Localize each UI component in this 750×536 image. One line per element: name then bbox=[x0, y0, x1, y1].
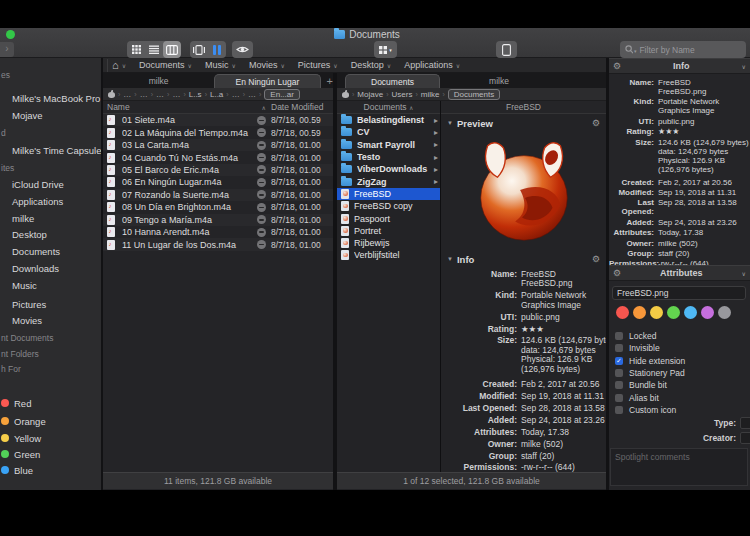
browser-item-viberdownloads[interactable]: ViberDownloads▸ bbox=[337, 163, 440, 175]
checkbox-box[interactable] bbox=[615, 369, 623, 377]
tab-en-ningún-lugar[interactable]: En Ningún Lugar bbox=[214, 74, 320, 88]
path-bar[interactable]: ›…›…›…›…›L..s›L..a›…›…›En...ar bbox=[103, 88, 333, 101]
checkbox-box[interactable]: ✓ bbox=[615, 357, 623, 365]
removed-download-icon[interactable] bbox=[257, 141, 266, 150]
browser-item-portret[interactable]: Portret bbox=[337, 225, 440, 237]
browser-item-freebsd[interactable]: FreeBSD bbox=[337, 188, 440, 200]
file-row[interactable]: 06 En Ningún Lugar.m4a 8/7/18, 01.00 bbox=[103, 176, 333, 188]
column-view-button[interactable] bbox=[163, 41, 181, 58]
file-row[interactable]: 11 Un Lugar de los Dos.m4a 8/7/18, 01.00 bbox=[103, 238, 333, 250]
browser-item-rijbewijs[interactable]: Rijbewijs bbox=[337, 237, 440, 249]
tag-color-dot[interactable] bbox=[684, 306, 697, 319]
new-document-button[interactable] bbox=[496, 41, 517, 58]
inspector-info-header[interactable]: ⚙ Info ∨ bbox=[609, 58, 750, 74]
column-date-modified[interactable]: Date Modified bbox=[271, 102, 333, 112]
favorites-item-movies[interactable]: Movies∨ bbox=[249, 60, 285, 70]
sidebar-tag-orange[interactable]: Orange bbox=[0, 415, 101, 427]
browser-item-testo[interactable]: Testo▸ bbox=[337, 151, 440, 163]
breadcrumb-segment[interactable]: … bbox=[123, 90, 131, 99]
icon-view-button[interactable] bbox=[127, 41, 145, 58]
sidebar-milke[interactable]: milke bbox=[0, 212, 101, 224]
apple-icon[interactable] bbox=[342, 90, 349, 98]
removed-download-icon[interactable] bbox=[257, 153, 266, 162]
gear-icon[interactable]: ⚙ bbox=[592, 254, 600, 264]
tab-documents[interactable]: Documents bbox=[345, 74, 440, 88]
browser-item-zigzag[interactable]: ZigZag▸ bbox=[337, 175, 440, 187]
breadcrumb-segment[interactable]: … bbox=[232, 90, 240, 99]
breadcrumb-segment[interactable]: L..a bbox=[210, 90, 223, 99]
checkbox-box[interactable] bbox=[615, 394, 623, 402]
sidebar-icloud-drive[interactable]: iCloud Drive bbox=[0, 178, 101, 190]
gear-icon[interactable]: ⚙ bbox=[613, 268, 621, 278]
checkbox-box[interactable] bbox=[615, 344, 623, 352]
removed-download-icon[interactable] bbox=[257, 203, 266, 212]
sidebar-tag-blue[interactable]: Blue bbox=[0, 464, 101, 476]
preview-panes-button[interactable] bbox=[208, 41, 226, 58]
sidebar-movies[interactable]: Movies bbox=[0, 314, 101, 326]
breadcrumb-segment[interactable]: Users bbox=[391, 90, 412, 99]
checkbox-alias-bit[interactable]: Alias bit bbox=[615, 391, 745, 403]
tag-color-dot[interactable] bbox=[667, 306, 680, 319]
tab-milke[interactable]: milke bbox=[103, 74, 214, 88]
breadcrumb-segment[interactable]: L..s bbox=[189, 90, 202, 99]
search-field[interactable]: ▾ bbox=[620, 41, 746, 58]
file-row[interactable]: 10 Hanna Arendt.m4a 8/7/18, 01.00 bbox=[103, 226, 333, 238]
removed-download-icon[interactable] bbox=[257, 190, 266, 199]
breadcrumb-segment[interactable]: … bbox=[140, 90, 148, 99]
tab-milke[interactable]: milke bbox=[444, 74, 554, 88]
sidebar-mojave[interactable]: Mojave bbox=[0, 109, 101, 121]
file-row[interactable]: 07 Rozando la Suerte.m4a 8/7/18, 01.00 bbox=[103, 189, 333, 201]
column-title[interactable]: Documents ∧ bbox=[337, 101, 440, 114]
disclosure-triangle-icon[interactable]: ▼ bbox=[447, 120, 453, 126]
sidebar-tag-green[interactable]: Green bbox=[0, 448, 101, 460]
removed-download-icon[interactable] bbox=[257, 165, 266, 174]
browser-item-verblijfstitel[interactable]: Verblijfstitel bbox=[337, 249, 440, 261]
sidebar-applications[interactable]: Applications bbox=[0, 195, 101, 207]
preview-section-header[interactable]: ▼ Preview ⚙ bbox=[441, 116, 606, 130]
breadcrumb-current[interactable]: Documents bbox=[448, 89, 500, 100]
breadcrumb-current[interactable]: En...ar bbox=[264, 89, 300, 100]
apple-icon[interactable] bbox=[108, 90, 115, 98]
browser-item-smart-payroll[interactable]: Smart Payroll▸ bbox=[337, 139, 440, 151]
path-bar[interactable]: ›Mojave›Users›milke›Documents bbox=[337, 88, 606, 101]
breadcrumb-segment[interactable]: … bbox=[172, 90, 180, 99]
favorites-item-desktop[interactable]: Desktop∨ bbox=[351, 60, 391, 70]
removed-download-icon[interactable] bbox=[257, 228, 266, 237]
removed-download-icon[interactable] bbox=[257, 178, 266, 187]
info-section-header[interactable]: ▼ Info ⚙ bbox=[441, 252, 606, 266]
inspector-attributes-header[interactable]: ⚙ Attributes ∨ bbox=[609, 265, 750, 281]
file-row[interactable]: 05 El Barco de Eric.m4a 8/7/18, 01.00 bbox=[103, 164, 333, 176]
type-input[interactable] bbox=[740, 417, 750, 429]
favorites-home[interactable]: ⌂∨ bbox=[112, 60, 126, 70]
file-row[interactable]: 08 Un Día en Brighton.m4a 8/7/18, 01.00 bbox=[103, 201, 333, 213]
gallery-view-button[interactable] bbox=[190, 41, 208, 58]
favorites-item-applications[interactable]: Applications∨ bbox=[404, 60, 460, 70]
checkbox-bundle-bit[interactable]: Bundle bit bbox=[615, 379, 745, 391]
disclosure-triangle-icon[interactable]: ▼ bbox=[447, 256, 453, 262]
list-view-button[interactable] bbox=[145, 41, 163, 58]
checkbox-box[interactable] bbox=[615, 381, 623, 389]
breadcrumb-segment[interactable]: Mojave bbox=[357, 90, 383, 99]
sidebar-desktop[interactable]: Desktop bbox=[0, 228, 101, 240]
sidebar-downloads[interactable]: Downloads bbox=[0, 262, 101, 274]
search-scope-caret[interactable]: ▾ bbox=[634, 48, 637, 54]
tag-color-dot[interactable] bbox=[616, 306, 629, 319]
file-row[interactable]: 03 La Carta.m4a 8/7/18, 01.00 bbox=[103, 139, 333, 151]
favorites-item-documents[interactable]: Documents∨ bbox=[139, 60, 192, 70]
removed-download-icon[interactable] bbox=[257, 215, 266, 224]
checkbox-hide-extension[interactable]: ✓ Hide extension bbox=[615, 355, 745, 367]
file-row[interactable]: 04 Cuando Tú No Estás.m4a 8/7/18, 01.00 bbox=[103, 151, 333, 163]
sidebar-milke-s-time-capsule[interactable]: Milke's Time Capsule bbox=[0, 144, 101, 156]
creator-input[interactable] bbox=[740, 432, 750, 444]
group-by-button[interactable]: ▾ bbox=[374, 41, 397, 58]
gear-icon[interactable]: ⚙ bbox=[613, 61, 621, 71]
checkbox-invisible[interactable]: Invisible bbox=[615, 342, 745, 354]
breadcrumb-segment[interactable]: … bbox=[248, 90, 256, 99]
column-name[interactable]: Name bbox=[107, 102, 130, 112]
quick-look-button[interactable] bbox=[232, 41, 253, 58]
checkbox-custom-icon[interactable]: Custom icon bbox=[615, 404, 745, 416]
image-preview[interactable] bbox=[441, 130, 606, 254]
forward-button[interactable]: › bbox=[0, 42, 14, 57]
checkbox-box[interactable] bbox=[615, 332, 623, 340]
file-row[interactable]: 01 Siete.m4a 8/7/18, 00.59 bbox=[103, 114, 333, 126]
